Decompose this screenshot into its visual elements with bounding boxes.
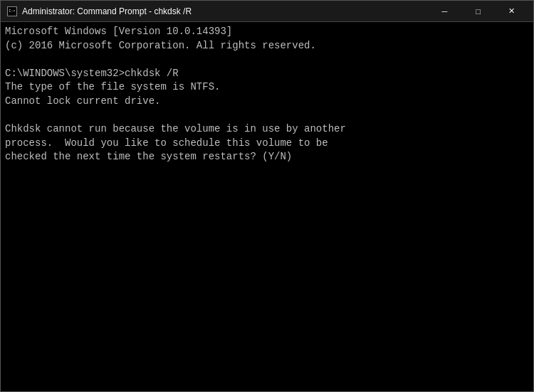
output-line-4: C:\WINDOWS\system32>chkdsk /R bbox=[5, 68, 179, 79]
close-button[interactable]: ✕ bbox=[496, 4, 528, 19]
cmd-icon bbox=[6, 6, 18, 17]
window-title: Administrator: Command Prompt - chkdsk /… bbox=[22, 6, 192, 16]
window-controls: ─ □ ✕ bbox=[429, 4, 528, 19]
output-line-1: Microsoft Windows [Version 10.0.14393] bbox=[5, 26, 232, 37]
cmd-window: Administrator: Command Prompt - chkdsk /… bbox=[0, 0, 534, 392]
output-line-10: checked the next time the system restart… bbox=[5, 151, 292, 162]
title-bar: Administrator: Command Prompt - chkdsk /… bbox=[1, 1, 533, 22]
output-line-5: The type of the file system is NTFS. bbox=[5, 81, 220, 92]
output-line-2: (c) 2016 Microsoft Corporation. All righ… bbox=[5, 40, 316, 51]
terminal-body[interactable]: Microsoft Windows [Version 10.0.14393] (… bbox=[1, 22, 533, 391]
output-line-9: process. Would you like to schedule this… bbox=[5, 137, 328, 149]
title-bar-left: Administrator: Command Prompt - chkdsk /… bbox=[6, 6, 192, 17]
minimize-button[interactable]: ─ bbox=[429, 4, 461, 19]
maximize-button[interactable]: □ bbox=[462, 4, 494, 19]
output-line-8: Chkdsk cannot run because the volume is … bbox=[5, 123, 346, 134]
terminal-output: Microsoft Windows [Version 10.0.14393] (… bbox=[5, 25, 529, 164]
output-line-6: Cannot lock current drive. bbox=[5, 95, 160, 107]
